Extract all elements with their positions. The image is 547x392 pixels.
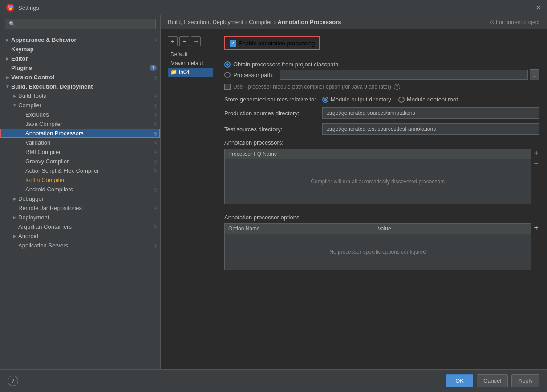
profile-label: th04 xyxy=(179,69,189,75)
search-input[interactable] xyxy=(5,19,156,29)
test-sources-input[interactable] xyxy=(322,123,539,135)
sidebar-item-appearance[interactable]: ▶ Appearance & Behavior ⎘ xyxy=(0,35,160,44)
compiler-note: Compiler will run all automatically disc… xyxy=(311,178,445,185)
profile-item-th04[interactable]: 📁 th04 xyxy=(168,68,213,77)
remove-option-button[interactable]: − xyxy=(533,234,539,243)
processor-path-input[interactable] xyxy=(280,70,528,80)
copy-icon: ⎘ xyxy=(154,103,157,108)
test-sources-row: Test sources directory: xyxy=(224,123,539,135)
apply-button[interactable]: Apply xyxy=(511,374,539,387)
annotation-processors-section: Annotation processors: Processor FQ Name… xyxy=(224,139,539,210)
tree: ▶ Appearance & Behavior ⎘ Keymap ▶ Edito… xyxy=(0,33,160,369)
arrow-icon: ▶ xyxy=(11,93,18,98)
remove-processor-button[interactable]: − xyxy=(533,159,539,168)
sidebar-item-rmi-compiler[interactable]: RMI Compiler ⎘ xyxy=(0,147,160,157)
add-option-button[interactable]: + xyxy=(533,223,539,233)
processors-table-container: Processor FQ Name Compiler will run all … xyxy=(224,149,539,210)
sidebar-item-label: RMI Compiler xyxy=(25,149,154,155)
remove-profile-button[interactable]: − xyxy=(179,36,189,46)
test-sources-label: Test sources directory: xyxy=(224,126,322,133)
sidebar-item-groovy-compiler[interactable]: Groovy Compiler ⎘ xyxy=(0,157,160,166)
sidebar-item-keymap[interactable]: Keymap xyxy=(0,44,160,54)
search-box xyxy=(0,15,160,33)
profile-item-maven-default[interactable]: Maven default xyxy=(168,59,213,68)
arrow-icon: ▶ xyxy=(11,196,18,201)
profiles-pane: + − → Default Maven default xyxy=(168,36,217,362)
sidebar-item-build-tools[interactable]: ▶ Build Tools ⎘ xyxy=(0,91,160,101)
move-profile-button[interactable]: → xyxy=(191,36,201,46)
sidebar-item-label: Java Compiler xyxy=(25,121,154,127)
sidebar-item-label: Excludes xyxy=(25,111,154,118)
settings-dialog: Settings ✕ ▶ Appearance & Behavior ⎘ Key… xyxy=(0,0,547,392)
use-processor-module-checkbox[interactable] xyxy=(224,84,231,90)
copy-icon: ⎘ xyxy=(154,131,157,136)
enable-annotation-checkbox[interactable] xyxy=(230,40,236,47)
module-output-radio[interactable] xyxy=(322,97,328,103)
sidebar-item-actionscript[interactable]: ActionScript & Flex Compiler ⎘ xyxy=(0,166,160,175)
sidebar-item-plugins[interactable]: Plugins 1 xyxy=(0,63,160,73)
main-content: ▶ Appearance & Behavior ⎘ Keymap ▶ Edito… xyxy=(0,15,547,369)
sidebar-item-android-compilers[interactable]: Android Compilers ⎘ xyxy=(0,185,160,194)
profile-item-default[interactable]: Default xyxy=(168,50,213,59)
sidebar-item-compiler[interactable]: ▼ Compiler ⎘ xyxy=(0,101,160,110)
sidebar-item-android[interactable]: ▶ Android xyxy=(0,231,160,241)
panel-body: + − → Default Maven default xyxy=(161,29,547,369)
module-output-option[interactable]: Module output directory xyxy=(322,96,391,103)
sidebar-item-kotlin-compiler[interactable]: Kotlin Compiler xyxy=(0,175,160,185)
settings-pane: Enable annotation processing Obtain proc… xyxy=(217,36,539,362)
add-profile-button[interactable]: + xyxy=(168,36,178,46)
folder-icon: 📁 xyxy=(170,69,177,75)
module-content-root-radio[interactable] xyxy=(398,97,405,103)
help-icon[interactable]: ? xyxy=(394,84,400,90)
add-processor-button[interactable]: + xyxy=(533,149,539,158)
processor-path-label: Processor path: xyxy=(233,72,274,78)
annotation-processor-options-section: Annotation processor options: Option Nam… xyxy=(224,214,539,270)
sidebar-item-validation[interactable]: Validation ⎘ xyxy=(0,138,160,147)
sidebar-item-arquillian[interactable]: Arquillian Containers ⎘ xyxy=(0,222,160,231)
sidebar-item-label: Plugins xyxy=(11,65,148,71)
arrow-icon: ▼ xyxy=(11,103,18,108)
options-table-body: No processor-specific options configured xyxy=(225,234,531,270)
production-sources-label: Production sources directory: xyxy=(224,110,322,117)
sidebar-item-deployment[interactable]: ▶ Deployment xyxy=(0,213,160,222)
store-generated-options: Module output directory Module content r… xyxy=(322,96,458,103)
svg-point-2 xyxy=(10,5,13,8)
copy-icon: ⎘ xyxy=(154,224,157,230)
copy-icon: ⎘ xyxy=(154,121,157,127)
cancel-button[interactable]: Cancel xyxy=(477,374,508,387)
browse-button[interactable]: … xyxy=(530,69,539,80)
production-sources-row: Production sources directory: xyxy=(224,107,539,119)
sidebar-item-label: Build, Execution, Deployment xyxy=(11,83,157,90)
profile-label: Maven default xyxy=(170,60,204,66)
for-current-project: ⊙ For current project xyxy=(490,19,539,25)
close-button[interactable]: ✕ xyxy=(535,4,541,12)
processor-path-radio[interactable] xyxy=(224,72,231,78)
svg-point-3 xyxy=(9,8,12,10)
module-content-root-option[interactable]: Module content root xyxy=(398,96,458,103)
sidebar-item-java-compiler[interactable]: Java Compiler ⎘ xyxy=(0,119,160,129)
use-processor-module-label: Use --processor-module-path compiler opt… xyxy=(233,84,391,90)
copy-icon: ⎘ xyxy=(154,75,157,80)
production-sources-input[interactable] xyxy=(322,107,539,119)
sidebar-item-editor[interactable]: ▶ Editor xyxy=(0,54,160,63)
sidebar-item-build-exec-deploy[interactable]: ▼ Build, Execution, Deployment xyxy=(0,82,160,91)
svg-point-1 xyxy=(8,5,10,8)
sidebar-item-label: Android Compilers xyxy=(25,186,154,193)
store-generated-label: Store generated sources relative to: xyxy=(224,96,322,103)
processor-source-group: Obtain processors from project classpath… xyxy=(224,61,539,80)
sidebar-item-version-control[interactable]: ▶ Version Control ⎘ xyxy=(0,73,160,82)
sidebar-item-excludes[interactable]: Excludes ⎘ xyxy=(0,110,160,119)
sidebar-item-app-servers[interactable]: Application Servers ⎘ xyxy=(0,241,160,250)
sidebar-item-remote-jar[interactable]: Remote Jar Repositories ⎘ xyxy=(0,203,160,213)
obtain-processors-radio[interactable] xyxy=(224,61,231,68)
sidebar-item-debugger[interactable]: ▶ Debugger xyxy=(0,194,160,203)
copy-icon: ⎘ xyxy=(154,150,157,155)
help-button[interactable]: ? xyxy=(8,376,18,386)
processors-table: Processor FQ Name Compiler will run all … xyxy=(224,149,531,204)
profile-list: Default Maven default 📁 th04 xyxy=(168,50,213,77)
processor-fq-name-col: Processor FQ Name xyxy=(228,151,527,157)
ok-button[interactable]: OK xyxy=(446,374,473,387)
breadcrumb-part1: Build, Execution, Deployment xyxy=(168,19,243,25)
arrow-icon: ▶ xyxy=(4,37,11,42)
sidebar-item-annotation-processors[interactable]: Annotation Processors ⎘ xyxy=(0,129,160,138)
